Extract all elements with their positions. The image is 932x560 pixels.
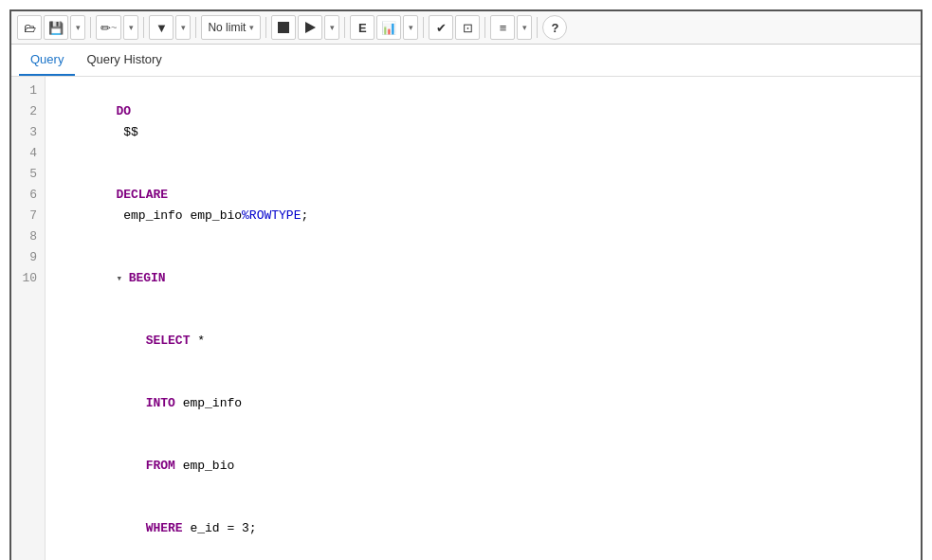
help-button[interactable]: ? (542, 15, 567, 40)
export-icon: ✔ (436, 21, 447, 35)
separator-5 (344, 17, 345, 38)
menu-button[interactable]: ≡ (490, 15, 515, 40)
chevron-down-icon5: ▾ (330, 23, 335, 32)
chevron-down-icon6: ▾ (409, 23, 413, 32)
code-text-1: $$ (116, 125, 137, 139)
line-num-10: 10 (19, 268, 37, 289)
save-icon: 💾 (48, 21, 64, 35)
kw-where: WHERE (146, 521, 183, 535)
limit-label: No limit (208, 21, 246, 34)
edit-button[interactable]: ✏ ~ (96, 15, 121, 40)
code-text-7: e_id = 3; (183, 521, 257, 535)
filter-icon: ▼ (155, 21, 168, 35)
collapse-icon[interactable]: ▾ (116, 273, 128, 284)
code-text-4: * (190, 334, 205, 348)
save-dropdown-button[interactable]: ▾ (70, 15, 85, 40)
tab-query-history[interactable]: Query History (75, 45, 173, 76)
limit-dropdown[interactable]: No limit ▾ (201, 15, 261, 40)
explain-icon: E (358, 21, 367, 35)
code-text-2b: ; (301, 208, 308, 223)
chevron-down-icon4: ▾ (249, 23, 254, 32)
line-num-4: 4 (19, 143, 37, 164)
chevron-down-icon7: ▾ (522, 23, 527, 32)
code-content[interactable]: DO $$ DECLARE emp_info emp_bio%ROWTYPE; … (46, 77, 921, 560)
chevron-down-icon: ▾ (76, 23, 81, 32)
separator-4 (265, 17, 266, 38)
code-line-6: FROM emp_bio (57, 435, 909, 497)
save-button[interactable]: 💾 (44, 15, 68, 40)
code-line-7: WHERE e_id = 3; (57, 497, 909, 560)
kw-from: FROM (146, 459, 175, 473)
stop-button[interactable] (271, 15, 296, 40)
line-num-3: 3 (19, 122, 37, 143)
kw-select: SELECT (146, 334, 191, 348)
separator-1 (90, 17, 91, 38)
open-file-button[interactable]: 🗁 (17, 15, 42, 40)
line-num-2: 2 (19, 101, 37, 122)
menu-icon: ≡ (500, 21, 507, 35)
folder-icon: 🗁 (24, 21, 36, 35)
code-line-4: SELECT * (57, 310, 909, 372)
chart-dropdown-button[interactable]: ▾ (403, 15, 418, 40)
code-line-2: DECLARE emp_info emp_bio%ROWTYPE; (57, 164, 909, 247)
filter-dropdown-button[interactable]: ▾ (175, 15, 191, 40)
separator-8 (537, 17, 538, 38)
filter-button[interactable]: ▼ (149, 15, 174, 40)
line-num-9: 9 (19, 247, 37, 268)
indent-6 (116, 459, 145, 473)
run-button[interactable] (298, 15, 322, 40)
edit-dropdown-button[interactable]: ▾ (123, 15, 138, 40)
menu-dropdown-button[interactable]: ▾ (517, 15, 532, 40)
chart-button[interactable]: 📊 (376, 15, 401, 40)
indent-4 (116, 334, 145, 348)
code-line-1: DO $$ (57, 81, 909, 164)
help-icon: ? (551, 21, 558, 35)
kw-declare: DECLARE (116, 188, 168, 202)
app-container: 🗁 💾 ▾ ✏ ~ ▾ ▼ ▾ No limit (9, 9, 923, 560)
kw-begin: BEGIN (129, 271, 166, 285)
explain-button[interactable]: E (350, 15, 375, 40)
code-line-5: INTO emp_info (57, 372, 909, 435)
kw-into: INTO (146, 396, 175, 410)
line-num-7: 7 (19, 206, 37, 226)
code-line-3: ▾ BEGIN (57, 247, 909, 310)
separator-3 (195, 17, 196, 38)
chevron-down-icon2: ▾ (129, 23, 134, 32)
separator-7 (484, 17, 485, 38)
export2-button[interactable]: ⊡ (455, 15, 480, 40)
indent-7 (116, 521, 145, 535)
tab-query[interactable]: Query (19, 45, 75, 76)
toolbar: 🗁 💾 ▾ ✏ ~ ▾ ▼ ▾ No limit (11, 11, 921, 45)
line-num-6: 6 (19, 185, 37, 206)
code-text-2: emp_info emp_bio (116, 208, 242, 223)
code-text-6: emp_bio (175, 459, 234, 473)
line-num-8: 8 (19, 226, 37, 247)
pencil-icon: ✏ (101, 21, 111, 35)
stop-icon (278, 22, 289, 33)
chevron-down-icon3: ▾ (181, 23, 186, 32)
kw-rowtype: %ROWTYPE (242, 208, 301, 223)
separator-6 (423, 17, 424, 38)
tilde-icon: ~ (111, 22, 117, 33)
line-num-5: 5 (19, 164, 37, 185)
line-num-1: 1 (19, 81, 37, 101)
run-dropdown-button[interactable]: ▾ (324, 15, 339, 40)
export2-icon: ⊡ (463, 21, 473, 35)
query-tab-bar: Query Query History (11, 45, 921, 77)
kw-do: DO (116, 104, 131, 118)
separator-2 (143, 17, 144, 38)
code-text-5: emp_info (175, 396, 242, 410)
export-button[interactable]: ✔ (429, 15, 453, 40)
code-editor[interactable]: 1 2 3 4 5 6 7 8 9 10 DO $$ DECLARE emp_i… (11, 77, 921, 560)
chart-icon: 📊 (381, 21, 396, 35)
play-icon (305, 22, 316, 33)
line-numbers: 1 2 3 4 5 6 7 8 9 10 (11, 77, 46, 560)
indent-5 (116, 396, 145, 410)
